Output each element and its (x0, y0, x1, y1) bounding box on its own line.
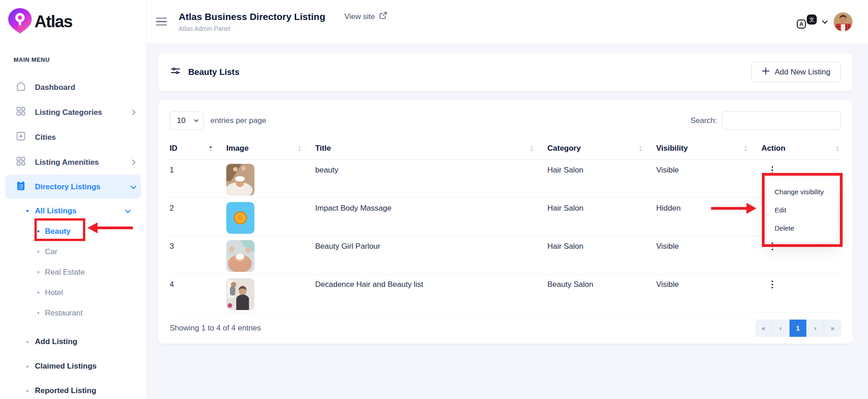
bullet-icon (26, 390, 29, 392)
sidebar-item-directory-listings[interactable]: Directory Listings (5, 175, 141, 199)
page-title: Atlas Business Directory Listing (179, 11, 325, 22)
app-root: Atlas MAIN MENU Dashboard Listing Catego… (0, 0, 868, 399)
cell-title: Impact Body Massage (315, 197, 547, 236)
column-header-id[interactable]: ID▲▼ (170, 138, 226, 159)
sidebar-item-listing-categories[interactable]: Listing Categories (0, 100, 146, 125)
pagination-last-button[interactable]: » (824, 320, 841, 337)
language-switcher[interactable]: A 文 (797, 15, 817, 29)
sidebar-item-label: All Listings (35, 207, 77, 216)
sidebar-item-label: Real Estate (45, 268, 85, 277)
listings-table: ID▲▼ Image▲▼ Title▲▼ Category▲▼ Visibili… (170, 138, 841, 312)
add-new-listing-button[interactable]: Add New Listing (751, 62, 841, 82)
row-actions-button[interactable]: ⋮ (761, 166, 777, 174)
search-input[interactable] (722, 111, 841, 130)
sort-icons: ▲▼ (297, 145, 302, 152)
sidebar-item-reported-listing[interactable]: Reported Listing (0, 379, 146, 399)
sort-icons: ▲▼ (744, 145, 748, 152)
cell-image (226, 274, 315, 312)
bullet-icon (37, 312, 39, 314)
cell-title: Decadence Hair and Beauty list (315, 274, 547, 312)
chevron-down-icon (194, 118, 199, 122)
chevron-down-icon[interactable] (822, 18, 828, 24)
annotation-red-arrow-beauty (88, 222, 133, 233)
sidebar-item-dashboard[interactable]: Dashboard (0, 75, 146, 100)
cell-id: 1 (170, 159, 226, 197)
sidebar-item-label: Hotel (45, 288, 63, 297)
column-header-category[interactable]: Category▲▼ (547, 138, 656, 159)
sidebar-item-label: Listing Amenities (35, 158, 99, 167)
bullet-icon (37, 251, 39, 253)
table-header-row: ID▲▼ Image▲▼ Title▲▼ Category▲▼ Visibili… (170, 138, 841, 159)
sidebar-item-hotel[interactable]: Hotel (0, 282, 146, 303)
sort-icons: ▲▼ (530, 145, 534, 152)
table-row: 3 Beauty Girl Parlour Hair Salon Visible… (170, 236, 841, 274)
language-a-icon: A (797, 20, 806, 29)
content-area: Beauty Lists Add New Listing 10 entries (147, 43, 868, 399)
cell-title: beauty (315, 159, 547, 197)
filter-sliders-icon (170, 65, 181, 79)
pagination-first-button[interactable]: « (755, 320, 772, 337)
column-header-title[interactable]: Title▲▼ (315, 138, 547, 159)
cell-id: 2 (170, 197, 226, 236)
sidebar-item-label: Restaurant (45, 309, 83, 318)
showing-entries-text: Showing 1 to 4 of 4 entries (170, 324, 261, 333)
sort-icons: ▲▼ (835, 145, 839, 152)
plus-icon (762, 67, 770, 77)
table-row: 1 beauty Hair Salon Visible ⋮ (170, 159, 841, 197)
sidebar-item-listing-amenities[interactable]: Listing Amenities (0, 150, 146, 175)
column-header-action[interactable]: Action▲▼ (761, 138, 841, 159)
search-block: Search: (690, 111, 841, 130)
annotation-red-box-beauty (34, 218, 85, 241)
sidebar-item-label: Cities (35, 133, 56, 142)
sidebar-item-claimed-listings[interactable]: Claimed Listings (0, 354, 146, 379)
cell-category: Hair Salon (547, 236, 656, 274)
external-link-icon (379, 11, 387, 22)
sidebar-item-label: Reported Listing (35, 386, 96, 395)
bullet-icon (37, 291, 39, 294)
sidebar-section-label: MAIN MENU (14, 56, 146, 63)
cell-id: 3 (170, 236, 226, 274)
row-actions-button[interactable]: ⋮ (761, 280, 777, 288)
sidebar-item-cities[interactable]: Cities (0, 125, 146, 150)
column-header-visibility[interactable]: Visibility▲▼ (656, 138, 761, 159)
entries-per-page-label: entries per page (210, 116, 266, 125)
card-title: Beauty Lists (188, 67, 239, 77)
sidebar-item-car[interactable]: Car (0, 241, 146, 262)
main-area: Atlas Business Directory Listing Atlas A… (147, 0, 868, 399)
sidebar-item-restaurant[interactable]: Restaurant (0, 303, 146, 323)
table-controls: 10 entries per page Search: (170, 111, 841, 130)
sidebar-item-label: Listing Categories (35, 108, 102, 117)
pagination-next-button[interactable]: › (807, 320, 824, 337)
annotation-red-box-dropdown (762, 173, 843, 247)
language-char-icon: 文 (807, 15, 817, 25)
chevron-down-icon (125, 207, 131, 213)
user-avatar[interactable] (834, 12, 853, 31)
sidebar-item-real-estate[interactable]: Real Estate (0, 262, 146, 282)
table-footer: Showing 1 to 4 of 4 entries « ‹ 1 › » (170, 312, 841, 344)
pagination: « ‹ 1 › » (755, 320, 841, 337)
bullet-icon (37, 271, 39, 273)
cell-category: Beauty Salon (547, 274, 656, 312)
sidebar-item-label: Claimed Listings (35, 362, 97, 371)
brand-logo[interactable]: Atlas (0, 7, 146, 36)
bullet-icon (26, 210, 29, 212)
sidebar-item-add-listing[interactable]: Add Listing (0, 330, 146, 354)
pagination-page-1-button[interactable]: 1 (790, 320, 807, 337)
chevron-down-icon (131, 183, 137, 189)
view-site-link[interactable]: View site (344, 11, 387, 22)
orange-circle-logo (226, 202, 254, 234)
pagination-prev-button[interactable]: ‹ (772, 320, 790, 337)
cell-image (226, 159, 315, 197)
sidebar-item-label: Car (45, 247, 57, 256)
cell-action: ⋮ (761, 274, 841, 312)
facial-mask-photo (226, 240, 254, 272)
cell-visibility: Visible (656, 159, 761, 197)
topbar-right: A 文 (797, 12, 853, 31)
hamburger-menu-icon[interactable] (156, 18, 167, 26)
entries-per-page-value: 10 (177, 116, 185, 125)
entries-per-page-select[interactable]: 10 (170, 111, 204, 130)
sidebar-item-label: Dashboard (35, 83, 75, 92)
atlas-pin-icon (7, 7, 33, 36)
cell-image (226, 197, 315, 236)
column-header-image[interactable]: Image▲▼ (226, 138, 315, 159)
